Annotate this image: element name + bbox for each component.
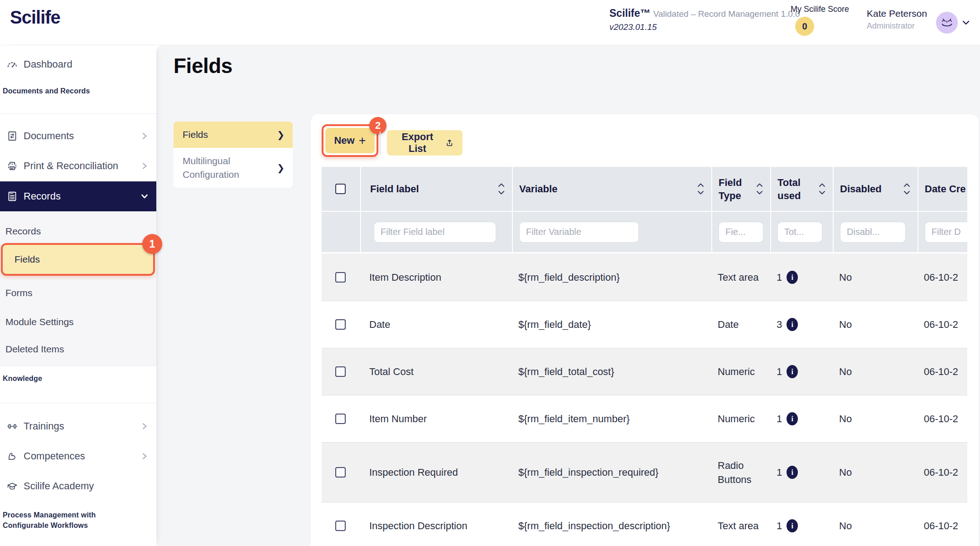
- column-label: Field label: [370, 182, 419, 195]
- page-title: Fields: [174, 54, 232, 78]
- subnav-panel: Fields ❯ Multilingual Configuration ❯: [174, 122, 293, 188]
- export-list-button[interactable]: Export List: [387, 130, 463, 156]
- sort-arrows[interactable]: [903, 183, 910, 195]
- row-checkbox[interactable]: [335, 319, 346, 330]
- row-checkbox[interactable]: [335, 467, 346, 478]
- scilife-logo: Scilife: [10, 7, 60, 28]
- sidebar-item-print-reconciliation[interactable]: Print & Reconciliation: [0, 155, 156, 177]
- submenu-item-records[interactable]: Records: [0, 221, 156, 241]
- filter-date-created-input[interactable]: [925, 222, 967, 243]
- column-header-field-type[interactable]: Field Type: [711, 167, 770, 211]
- info-icon[interactable]: i: [787, 466, 798, 479]
- submenu-item-deleted-items[interactable]: Deleted Items: [0, 339, 156, 359]
- sidebar-item-records[interactable]: Records: [0, 181, 156, 211]
- info-icon[interactable]: i: [787, 519, 798, 532]
- info-icon[interactable]: i: [787, 412, 798, 425]
- subnav-item-fields[interactable]: Fields ❯: [174, 122, 293, 148]
- user-avatar[interactable]: [936, 12, 958, 34]
- cell-disabled: No: [833, 465, 917, 479]
- submenu-item-label: Deleted Items: [5, 344, 64, 355]
- sort-arrows[interactable]: [498, 183, 505, 195]
- table-row[interactable]: Inspection Required ${rm_field_inspectio…: [322, 442, 967, 502]
- caret-down-icon[interactable]: [498, 190, 505, 195]
- main-content: Fields Fields ❯ Multilingual Configurati…: [156, 45, 980, 546]
- info-icon[interactable]: i: [787, 318, 798, 331]
- submenu-item-fields[interactable]: Fields 1: [1, 243, 155, 276]
- filter-field-label-input[interactable]: [374, 222, 496, 243]
- filter-empty-cell: [322, 212, 360, 252]
- column-header-disabled[interactable]: Disabled: [833, 167, 917, 211]
- chevron-right-icon: [140, 132, 149, 141]
- sidebar-divider: [0, 366, 156, 366]
- product-info: Scilife™Validated – Record Management 1.…: [609, 7, 800, 33]
- total-used-value: 3: [777, 317, 782, 332]
- sidebar-item-trainings[interactable]: Trainings: [0, 415, 156, 437]
- table-row[interactable]: Item Number ${rm_field_item_number} Nume…: [322, 395, 967, 442]
- gauge-icon: [6, 58, 18, 70]
- sidebar-item-dashboard[interactable]: Dashboard: [0, 54, 156, 75]
- filter-field-type-input[interactable]: [719, 222, 763, 243]
- graduation-cap-icon: [6, 480, 18, 492]
- cell-field-type: Text area: [711, 270, 770, 284]
- sort-arrows[interactable]: [756, 183, 763, 195]
- filter-total-used-input[interactable]: [777, 222, 822, 243]
- chevron-right-icon: [140, 452, 149, 461]
- table-row[interactable]: Item Description ${rm_field_description}…: [322, 253, 967, 301]
- column-label: Date Cre: [925, 182, 966, 195]
- flexed-arm-icon: [6, 450, 18, 462]
- table-row[interactable]: Date ${rm_field_date} Date 3i No 06-10-2: [322, 301, 967, 348]
- sidebar-item-scilife-academy[interactable]: Scilife Academy: [0, 475, 156, 497]
- table-row[interactable]: Inspection Description ${rm_field_inspec…: [322, 502, 967, 546]
- caret-down-icon[interactable]: [697, 190, 704, 195]
- filter-disabled-input[interactable]: [840, 222, 906, 243]
- sort-arrows[interactable]: [697, 183, 704, 195]
- cell-date-created: 06-10-2: [917, 317, 967, 332]
- sort-arrows[interactable]: [819, 183, 826, 195]
- submenu-item-module-settings[interactable]: Module Settings: [0, 312, 156, 332]
- column-header-date-created[interactable]: Date Cre: [917, 167, 967, 211]
- caret-up-icon[interactable]: [903, 183, 910, 187]
- column-header-variable[interactable]: Variable: [512, 167, 711, 211]
- caret-down-icon[interactable]: [819, 190, 826, 195]
- info-icon[interactable]: i: [787, 365, 798, 378]
- column-header-field-label[interactable]: Field label: [360, 167, 512, 211]
- annotation-step-1-badge: 1: [142, 234, 162, 254]
- sidebar-item-documents[interactable]: Documents: [0, 125, 156, 147]
- sidebar-section-knowledge: Knowledge: [3, 375, 42, 383]
- caret-up-icon[interactable]: [819, 183, 826, 187]
- new-button[interactable]: New +: [325, 128, 375, 153]
- row-checkbox[interactable]: [335, 521, 346, 531]
- row-checkbox[interactable]: [335, 272, 346, 283]
- caret-up-icon[interactable]: [697, 183, 704, 187]
- filter-variable-input[interactable]: [519, 222, 639, 243]
- total-used-value: 1: [777, 270, 782, 284]
- product-name: Scilife™: [609, 7, 651, 19]
- product-descriptor: Validated – Record Management 1.0.0: [653, 9, 800, 19]
- sidebar-item-competences[interactable]: Competences: [0, 445, 156, 467]
- cell-field-type: Radio Buttons: [711, 458, 770, 487]
- sidebar-item-label: Records: [24, 190, 61, 202]
- column-header-total-used[interactable]: Total used: [770, 167, 833, 211]
- chevron-right-icon: [140, 161, 149, 171]
- caret-up-icon[interactable]: [498, 183, 505, 187]
- table-filter-row: [322, 211, 967, 253]
- subnav-item-multilingual-configuration[interactable]: Multilingual Configuration ❯: [174, 148, 293, 188]
- sidebar-item-label: Competences: [24, 450, 85, 462]
- row-checkbox[interactable]: [335, 366, 346, 377]
- total-used-value: 1: [777, 519, 782, 533]
- caret-down-icon[interactable]: [903, 190, 910, 195]
- cell-total-used: 1i: [770, 519, 833, 533]
- dumbbell-icon: [6, 420, 18, 432]
- row-checkbox[interactable]: [335, 414, 346, 424]
- records-submenu: Records Fields 1 Forms Module Settings D…: [0, 211, 156, 366]
- submenu-item-forms[interactable]: Forms: [0, 283, 156, 303]
- cell-disabled: No: [833, 317, 917, 332]
- caret-down-icon[interactable]: [756, 190, 763, 195]
- plus-icon: +: [359, 134, 366, 148]
- info-icon[interactable]: i: [787, 271, 798, 284]
- caret-up-icon[interactable]: [756, 183, 763, 187]
- table-row[interactable]: Total Cost ${rm_field_total_cost} Numeri…: [322, 348, 967, 395]
- cell-field-label: Total Cost: [360, 365, 512, 379]
- select-all-checkbox[interactable]: [335, 184, 346, 194]
- user-menu-chevron-down-icon[interactable]: [961, 18, 970, 27]
